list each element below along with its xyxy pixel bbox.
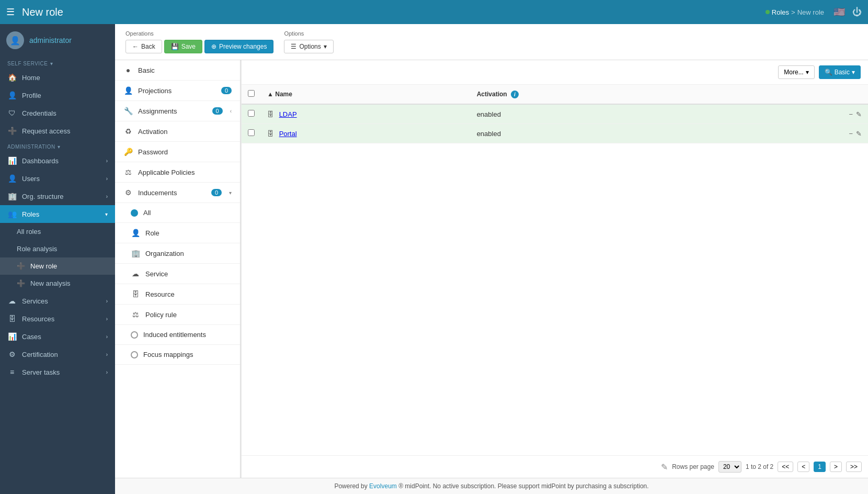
portal-link[interactable]: Portal <box>279 130 297 138</box>
server-tasks-icon: ≡ <box>7 368 17 376</box>
select-all-header <box>242 85 261 104</box>
profile-icon: 👤 <box>7 91 17 99</box>
left-panel-item-focus-mappings[interactable]: Focus mappings <box>115 345 240 365</box>
radio-induced-icon <box>131 331 138 339</box>
sidebar-item-org-structure[interactable]: 🏢 Org. structure › <box>0 187 115 205</box>
inner-layout: ● Basic 👤 Projections 0 🔧 Assignments 0 … <box>115 60 868 478</box>
chevron-down-icon[interactable]: ▾ <box>229 190 232 196</box>
left-panel-item-activation[interactable]: ♻ Activation <box>115 121 240 142</box>
remove-row-button[interactable]: − <box>849 110 853 118</box>
breadcrumb-current: New role <box>797 8 824 16</box>
last-page-button[interactable]: >> <box>846 462 862 472</box>
edit-row-button[interactable]: ✎ <box>856 110 862 118</box>
more-button[interactable]: More... ▾ <box>778 65 814 79</box>
chevron-right-icon: › <box>106 298 108 304</box>
preview-changes-button[interactable]: ⊕ Preview changes <box>204 40 273 53</box>
request-access-icon: ➕ <box>7 127 17 135</box>
sidebar-user[interactable]: 👤 administrator <box>0 24 115 57</box>
row-actions-cell: − ✎ <box>741 124 868 143</box>
sidebar-item-request-access[interactable]: ➕ Request access <box>0 122 115 140</box>
search-icon: 🔍 <box>825 69 832 76</box>
actions-column-header <box>741 85 868 104</box>
add-row-button[interactable]: ✎ <box>661 462 668 472</box>
chevron-right-icon: › <box>106 369 108 375</box>
evolveum-link[interactable]: Evolveum <box>369 482 397 490</box>
prev-page-button[interactable]: < <box>797 462 809 472</box>
sidebar-item-all-roles[interactable]: All roles <box>0 223 115 240</box>
power-icon[interactable]: ⏻ <box>852 7 862 18</box>
sidebar-section-administration: ADMINISTRATION ▾ <box>0 140 115 152</box>
hamburger-icon[interactable]: ☰ <box>6 6 15 18</box>
options-group: Options ☰ Options ▾ <box>284 30 333 53</box>
left-panel-item-resource[interactable]: 🗄 Resource <box>115 284 240 305</box>
radio-all-icon <box>131 209 138 217</box>
back-button[interactable]: ← Back <box>125 40 162 53</box>
sort-up-icon: ▲ <box>267 91 273 98</box>
projections-icon: 👤 <box>123 86 133 95</box>
plus-icon: ➕ <box>17 279 25 287</box>
chevron-right-icon: › <box>106 334 108 340</box>
rows-per-page-label: Rows per page <box>672 463 714 470</box>
assignments-badge: 0 <box>212 107 223 115</box>
sidebar-item-dashboards[interactable]: 📊 Dashboards › <box>0 152 115 170</box>
options-button[interactable]: ☰ Options ▾ <box>284 40 333 53</box>
table-row: 🗄 Portal enabled − ✎ <box>242 124 868 143</box>
edit-row-button[interactable]: ✎ <box>856 130 862 138</box>
left-panel-item-organization[interactable]: 🏢 Organization <box>115 243 240 264</box>
ldap-link[interactable]: LDAP <box>279 110 297 118</box>
basic-button[interactable]: 🔍 Basic ▾ <box>819 65 861 79</box>
select-all-checkbox[interactable] <box>248 90 255 97</box>
chevron-left-icon[interactable]: ‹ <box>230 108 232 114</box>
sidebar-item-users[interactable]: 👤 Users › <box>0 170 115 187</box>
operations-label: Operations <box>125 30 273 37</box>
left-panel-item-all[interactable]: All <box>115 203 240 223</box>
sidebar-item-services[interactable]: ☁ Services › <box>0 292 115 310</box>
table-header-row: ▲ Name Activation i <box>242 85 868 104</box>
sidebar-item-new-role[interactable]: ➕ New role <box>0 257 115 275</box>
name-column-header[interactable]: ▲ Name <box>261 85 471 104</box>
left-panel-item-password[interactable]: 🔑 Password <box>115 142 240 162</box>
inducements-icon: ⚙ <box>123 188 133 197</box>
sidebar-item-resources[interactable]: 🗄 Resources › <box>0 310 115 328</box>
password-icon: 🔑 <box>123 148 133 156</box>
credentials-icon: 🛡 <box>7 109 17 117</box>
sidebar-item-cases[interactable]: 📊 Cases › <box>0 328 115 345</box>
left-panel-item-service[interactable]: ☁ Service <box>115 264 240 284</box>
sidebar-item-roles[interactable]: 👥 Roles ▾ <box>0 205 115 223</box>
sidebar-item-home[interactable]: 🏠 Home <box>0 69 115 86</box>
sidebar-item-certification[interactable]: ⚙ Certification › <box>0 345 115 363</box>
sidebar-item-role-analysis[interactable]: Role analysis <box>0 240 115 257</box>
left-panel-item-assignments[interactable]: 🔧 Assignments 0 ‹ <box>115 101 240 121</box>
page-1-button[interactable]: 1 <box>814 462 826 472</box>
activation-info-icon[interactable]: i <box>511 91 519 98</box>
content-area: Operations ← Back 💾 Save ⊕ Preview chan <box>115 24 868 494</box>
left-panel-item-basic[interactable]: ● Basic <box>115 60 240 81</box>
sidebar-item-profile[interactable]: 👤 Profile <box>0 86 115 104</box>
row-checkbox[interactable] <box>248 129 255 136</box>
left-panel-item-role[interactable]: 👤 Role <box>115 223 240 243</box>
options-label: Options <box>284 30 333 37</box>
status-dot <box>766 10 770 14</box>
remove-row-button[interactable]: − <box>849 130 853 138</box>
left-panel-item-inducements[interactable]: ⚙ Inducements 0 ▾ <box>115 183 240 203</box>
left-panel-item-induced-entitlements[interactable]: Induced entitlements <box>115 325 240 345</box>
breadcrumb-roles[interactable]: Roles <box>772 8 789 16</box>
toolbar: Operations ← Back 💾 Save ⊕ Preview chan <box>115 24 868 60</box>
home-icon: 🏠 <box>7 73 17 82</box>
resource-name-cell: 🗄 LDAP <box>261 104 471 124</box>
sidebar-section-self-service: SELF SERVICE ▾ <box>0 57 115 69</box>
cases-icon: 📊 <box>7 332 17 341</box>
rows-per-page-select[interactable]: 20 <box>718 461 741 473</box>
left-panel-item-projections[interactable]: 👤 Projections 0 <box>115 81 240 101</box>
left-panel-item-policy-rule[interactable]: ⚖ Policy rule <box>115 305 240 325</box>
left-panel-item-applicable-policies[interactable]: ⚖ Applicable Policies <box>115 162 240 183</box>
save-button[interactable]: 💾 Save <box>164 40 202 53</box>
first-page-button[interactable]: << <box>778 462 793 472</box>
sidebar-item-server-tasks[interactable]: ≡ Server tasks › <box>0 363 115 381</box>
sidebar-item-new-analysis[interactable]: ➕ New analysis <box>0 275 115 292</box>
org-structure-icon: 🏢 <box>7 192 17 200</box>
language-flag-icon[interactable]: 🇺🇸 <box>833 6 845 18</box>
next-page-button[interactable]: > <box>830 462 842 472</box>
sidebar-item-credentials[interactable]: 🛡 Credentials <box>0 104 115 122</box>
row-checkbox[interactable] <box>248 110 255 117</box>
